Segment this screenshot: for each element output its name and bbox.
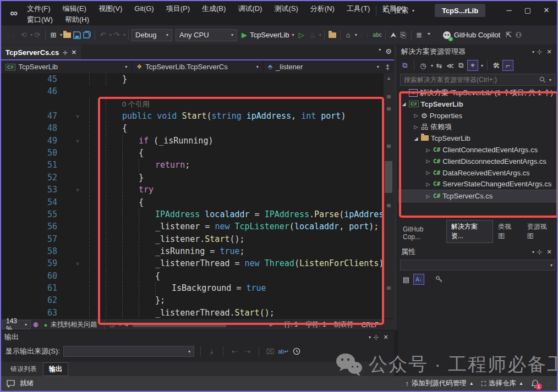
hot-reload-status-icon[interactable]: ♨ [107,320,117,330]
comment-icon[interactable]: ❞ [424,30,434,40]
fold-chevron-icon[interactable]: ˅ [76,110,79,123]
document-tab[interactable]: TcpServerCs.cs ⊹ ✕ [1,45,81,59]
output-header[interactable]: 输出 ▾ ⊹ ✕ [1,330,394,344]
alphabetical-sort-icon[interactable]: A↓ [413,274,424,285]
indent-icon[interactable]: ≣ [414,30,424,40]
document-list-caret-icon[interactable]: ▾ [379,47,381,56]
code-viewport[interactable]: 45}460 个引用47˅public void Start(string ip… [1,73,383,318]
toolbar-drag-grip[interactable]: ⋮⋮ [359,32,370,38]
codelens-references[interactable]: 0 个引用 [122,100,150,108]
properties-header[interactable]: 属性 ▾ ⊹ ✕ [398,245,557,258]
close-panel-icon[interactable]: ✕ [544,47,554,57]
notifications-bell-icon[interactable]: 1 [531,379,539,388]
start-without-debug-icon[interactable]: ▷ [299,31,304,39]
navbar-member-dropdown[interactable]: ⬘ _listener ▾ ‡ [264,60,394,73]
toolbar-drag-grip[interactable]: ⋮⋮ [6,32,17,38]
tree-item-解决方案 'TcpSeverLib' (1 个项目, 共 1 个)[interactable]: ∞解决方案 'TcpSeverLib' (1 个项目, 共 1 个) [398,87,558,98]
menu-item-窗口(W)[interactable]: 窗口(W) [21,14,59,26]
code-line[interactable]: 61IsBackground = true [1,282,383,295]
menu-item-生成(B)[interactable]: 生成(B) [196,3,232,15]
pin-icon[interactable]: ⊹ [534,247,544,257]
code-line[interactable]: 45} [1,73,383,86]
github-copilot-label[interactable]: GitHub Copilot [454,31,501,39]
code-line[interactable]: 0 个引用 [1,98,383,111]
redo-caret-icon[interactable]: ▾ [123,32,125,37]
minimize-button[interactable]: ─ [500,3,518,17]
feedback-bubble-icon[interactable] [6,379,15,389]
tree-item-DataReceivedEventArgs.cs[interactable]: ▷C#DataReceivedEventArgs.cs [398,167,558,179]
scrollbar-thumb[interactable] [385,161,392,193]
property-pages-key-icon[interactable] [434,274,444,284]
tree-item-TcpServerCs.cs[interactable]: ▷C#TcpServerCs.cs [398,190,558,202]
collapse-all-icon[interactable]: ≪ [445,60,455,70]
pin-icon[interactable]: ⊹ [63,49,67,56]
scroll-up-icon[interactable]: ▲ [384,74,394,84]
hot-reload-caret-icon[interactable]: ▾ [319,32,321,37]
pending-changes-filter-icon[interactable]: ◷ [418,60,428,70]
editor-vertical-scrollbar[interactable]: ▲ [384,73,394,318]
solution-explorer-caret-icon[interactable]: ▾ [355,32,357,37]
tree-item-TcpSeverLib[interactable]: ◢TcpSeverLib [398,132,558,144]
code-line[interactable]: 58_isRunning = true; [1,245,383,258]
share-icon[interactable]: ⇱ [504,30,513,40]
zoom-dropdown[interactable]: 143 %▾ [2,320,31,329]
save-button[interactable] [72,30,82,40]
find-in-files-icon[interactable] [327,30,337,40]
line-indicator[interactable]: 行: 1 [284,320,298,329]
tree-item-Properties[interactable]: ▷⚙Properties [398,110,558,122]
code-line[interactable]: 48{ [1,122,383,135]
solution-explorer-header[interactable]: 解决方案资源管理器 ▾ ⊹ ✕ [398,45,557,58]
close-button[interactable]: ✕ [537,3,556,17]
menu-item-分析(N)[interactable]: 分析(N) [304,3,341,15]
code-line[interactable]: 52} [1,172,383,184]
code-line[interactable]: 56_listener = new TcpListener(localaddr,… [1,220,383,233]
code-line[interactable]: 59˅_listenerThread = new Thread(ListenFo… [1,257,383,270]
expanded-chevron-icon[interactable]: ◢ [400,101,408,107]
run-target-caret-icon[interactable]: ▾ [292,32,294,37]
editor-horizontal-scrollbar[interactable] [133,322,265,328]
collapsed-chevron-icon[interactable]: ▷ [424,158,432,164]
tree-item-依赖项[interactable]: ▷品依赖项 [398,121,558,132]
menu-item-工具(T)[interactable]: 工具(T) [341,3,376,15]
menu-item-调试(D)[interactable]: 调试(D) [232,3,268,15]
code-line[interactable]: 62}; [1,294,383,307]
new-project-button[interactable]: ⊞ [48,30,58,40]
switch-views-icon[interactable]: ⧉ [400,60,410,70]
menu-item-Git(G)[interactable]: Git(G) [128,3,160,14]
char-indicator[interactable]: 字符: 1 [305,320,326,329]
document-health-label[interactable]: 未找到相关问题 [51,320,97,329]
tree-item-ClientDisconnectedEventArgs.cs[interactable]: ▷C#ClientDisconnectedEventArgs.cs [398,156,558,167]
save-all-button[interactable] [82,30,92,40]
editor-settings-gear-icon[interactable]: ⚙ [385,47,392,56]
code-line[interactable]: 47˅public void Start(string ipAddress, i… [1,110,383,123]
spell-check-icon[interactable]: abc [373,30,382,40]
collapsed-chevron-icon[interactable]: ▷ [424,170,432,175]
split-editor-icon[interactable]: ‡ [386,63,390,71]
code-line[interactable]: 50{ [1,147,383,159]
start-debug-icon[interactable]: ▶ [242,31,247,39]
expanded-chevron-icon[interactable]: ◢ [412,136,420,141]
select-element-icon[interactable]: ⮝ [389,30,398,40]
solution-platform-dropdown[interactable]: Any CPU▾ [176,29,237,41]
filter-caret-icon[interactable]: ▾ [431,63,433,68]
pin-icon[interactable]: ⊹ [371,332,381,342]
tree-item-ClientConnectedEventArgs.cs[interactable]: ▷C#ClientConnectedEventArgs.cs [398,144,558,156]
github-copilot-icon[interactable]: ✓ [442,30,452,40]
hot-reload-icon[interactable]: ♨ [308,30,318,40]
tree-item-ServerStateChangedEventArgs.cs[interactable]: ▷C#ServerStateChangedEventArgs.cs [398,178,558,190]
code-line[interactable]: 57_listener.Start(); [1,233,383,246]
send-feedback-icon[interactable]: ⚇ [513,30,523,40]
code-line[interactable]: 63_listenerThread.Start(); [1,307,383,318]
sync-namespaces-icon[interactable]: ⇆ [434,60,444,70]
scroll-left-icon[interactable]: ◀ [121,320,131,330]
sync-caret-icon[interactable]: ▾ [481,63,483,68]
output-source-dropdown[interactable]: ▾ [63,346,194,357]
search-box[interactable]: 搜索 ▾ [382,4,414,16]
toggle-timestamp-clock-icon[interactable] [292,346,302,356]
code-line[interactable]: 49˅if (_isRunning) [1,135,383,147]
collapsed-chevron-icon[interactable]: ▷ [412,124,420,130]
format-document-icon[interactable]: ⎘ [398,30,408,40]
collapsed-chevron-icon[interactable]: ▷ [412,113,420,118]
menu-item-项目(P)[interactable]: 项目(P) [160,3,196,15]
properties-shortcut-icon[interactable]: ⧉ [456,60,466,70]
